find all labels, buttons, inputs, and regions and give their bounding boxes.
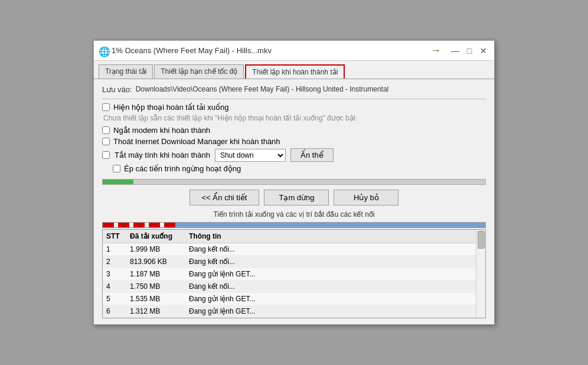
hint-text: Chưa thiết lập sẵn các thiết lập khi "Hi…	[102, 114, 486, 122]
segment-bar	[102, 222, 486, 228]
cell-downloaded: 1.187 MB	[129, 269, 188, 279]
details-button[interactable]: << Ẩn chi tiết	[190, 190, 260, 206]
quit-idm-row: Thoát Inernet Download Manager khi hoàn …	[102, 137, 486, 146]
title-controls: — □ ✕	[449, 45, 489, 57]
save-label: Lưu vào:	[102, 85, 132, 94]
force-processes-row: Ép các tiến trình ngừng hoạt động	[102, 164, 486, 173]
table-header: STT Đã tải xuống Thông tin	[103, 230, 476, 243]
tab-trang-thai-tai[interactable]: Trạng thái tải	[99, 64, 153, 79]
table-row: 5 1.535 MB Đang gửi lệnh GET...	[103, 293, 476, 305]
tab-thiet-lap-hoan-thanh[interactable]: Thiết lập khi hoàn thành tải	[245, 64, 345, 79]
maximize-button[interactable]: □	[463, 45, 475, 57]
cell-downloaded: 813.906 KB	[129, 257, 188, 266]
quit-idm-label: Thoát Inernet Download Manager khi hoàn …	[113, 137, 280, 146]
table-row: 4 1.750 MB Đang kết nối...	[103, 281, 476, 293]
cell-stt: 4	[105, 282, 129, 291]
title-bar: 🌐 1% Oceans (Where Feet May Fail) - Hill…	[94, 41, 494, 61]
cell-downloaded: 1.312 MB	[129, 307, 188, 316]
content-area: Lưu vào: Downloads\Video\Oceans (Where F…	[94, 79, 494, 324]
show-dialog-row: Hiện hộp thoại hoàn tất tải xuống	[102, 103, 486, 112]
pause-button[interactable]: Tạm dừng	[264, 190, 329, 206]
col-downloaded: Đã tải xuống	[129, 232, 188, 241]
disconnect-modem-checkbox[interactable]	[102, 126, 110, 134]
col-stt: STT	[105, 232, 129, 241]
disconnect-modem-row: Ngắt modem khi hoàn thành	[102, 126, 486, 135]
cell-downloaded: 1.750 MB	[129, 282, 188, 291]
force-processes-checkbox[interactable]	[113, 165, 120, 172]
table-inner: STT Đã tải xuống Thông tin 1 1.999 MB Đa…	[103, 230, 476, 318]
an-the-button[interactable]: Ấn thể	[290, 148, 334, 162]
force-processes-label: Ép các tiến trình ngừng hoạt động	[124, 164, 241, 173]
progress-bar-inner	[103, 180, 133, 184]
scrollbar-thumb[interactable]	[478, 231, 485, 249]
table-row: 3 1.187 MB Đang gửi lệnh GET...	[103, 268, 476, 281]
shutdown-label: Tắt máy tính khi hoàn thành	[115, 151, 210, 159]
cell-info: Đang gửi lệnh GET...	[188, 269, 473, 279]
close-button[interactable]: ✕	[478, 45, 489, 57]
tab-bar: Trạng thái tải Thiết lập hạn chế tốc độ …	[94, 61, 494, 79]
progress-label: Tiến trình tải xuống và các vị trí bắt đ…	[102, 210, 486, 219]
show-dialog-checkbox[interactable]	[102, 103, 110, 111]
disconnect-modem-label: Ngắt modem khi hoàn thành	[113, 126, 210, 135]
action-buttons: << Ẩn chi tiết Tạm dừng Hủy bỏ	[102, 190, 486, 206]
progress-section	[102, 179, 486, 185]
progress-bar-outer	[102, 179, 486, 185]
shutdown-row: Tắt máy tính khi hoàn thành Shut down Hi…	[102, 148, 486, 162]
scrollbar[interactable]	[476, 230, 485, 318]
cancel-button[interactable]: Hủy bỏ	[334, 190, 398, 206]
table-row: 6 1.312 MB Đang gửi lệnh GET...	[103, 305, 476, 318]
cell-stt: 5	[105, 294, 129, 304]
table-body: 1 1.999 MB Đang kết nối... 2 813.906 KB …	[103, 243, 476, 318]
cell-info: Đang kết nối...	[188, 245, 473, 254]
minimize-button[interactable]: —	[449, 45, 461, 57]
col-info: Thông tin	[188, 232, 473, 241]
cell-downloaded: 1.535 MB	[129, 294, 188, 304]
save-row: Lưu vào: Downloads\Video\Oceans (Where F…	[102, 85, 486, 94]
app-icon: 🌐	[99, 46, 108, 56]
cell-stt: 3	[105, 269, 129, 279]
cell-stt: 1	[105, 245, 129, 254]
download-table: STT Đã tải xuống Thông tin 1 1.999 MB Đa…	[102, 229, 486, 318]
cell-info: Đang gửi lệnh GET...	[188, 307, 473, 316]
main-window: 🌐 1% Oceans (Where Feet May Fail) - Hill…	[93, 40, 495, 325]
separator-1	[102, 99, 486, 99]
cell-info: Đang gửi lệnh GET...	[188, 294, 473, 304]
tab-thiet-lap-han-che[interactable]: Thiết lập hạn chế tốc độ	[154, 64, 244, 79]
shutdown-select[interactable]: Shut down Hibernate Sleep Log off	[215, 149, 286, 162]
cell-info: Đang kết nối...	[188, 282, 473, 291]
cell-downloaded: 1.999 MB	[129, 245, 188, 254]
save-path: Downloads\Video\Oceans (Where Feet May F…	[136, 85, 389, 93]
table-row: 2 813.906 KB Đang kết nối...	[103, 256, 476, 268]
table-row: 1 1.999 MB Đang kết nối...	[103, 243, 476, 256]
shutdown-checkbox[interactable]	[102, 151, 110, 159]
table-wrapper: STT Đã tải xuống Thông tin 1 1.999 MB Đa…	[103, 230, 485, 318]
quit-idm-checkbox[interactable]	[102, 138, 110, 145]
window-title: 1% Oceans (Where Feet May Fail) - Hills.…	[112, 46, 427, 55]
arrow-icon: →	[430, 44, 441, 57]
cell-stt: 6	[105, 307, 129, 316]
cell-stt: 2	[105, 257, 129, 266]
show-dialog-label: Hiện hộp thoại hoàn tất tải xuống	[113, 103, 228, 112]
cell-info: Đang kết nối...	[188, 257, 473, 266]
